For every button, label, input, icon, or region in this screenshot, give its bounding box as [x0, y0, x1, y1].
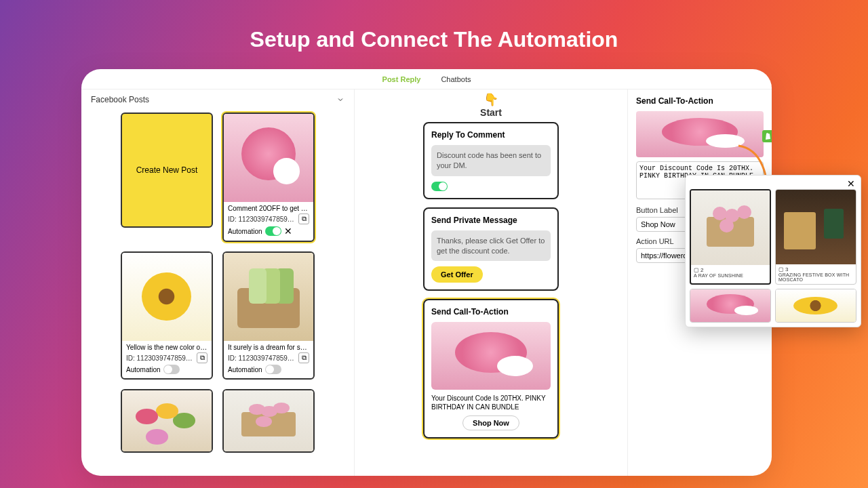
left-panel: Facebook Posts Create New Post Comment 2… — [81, 89, 355, 476]
get-offer-button[interactable]: Get Offer — [431, 266, 483, 283]
left-header[interactable]: Facebook Posts — [81, 89, 354, 110]
shopify-icon[interactable] — [762, 130, 772, 142]
point-down-icon: 👇 — [480, 92, 502, 107]
copy-id-button[interactable]: ⧉ — [298, 214, 309, 224]
product-name: GRAZING FESTIVE BOX WITH MOSCATO — [778, 272, 853, 282]
start-label: Start — [480, 107, 502, 118]
automation-toggle[interactable] — [265, 226, 281, 236]
left-header-label: Facebook Posts — [91, 95, 149, 104]
product-card[interactable]: ▢ 3 GRAZING FESTIVE BOX WITH MOSCATO — [775, 189, 856, 285]
post-caption: Comment 20OFF to get the … — [228, 205, 309, 212]
product-picker-popup: ✕ ▢ 2 A RAY OF SUNSHINE ▢ 3 GRAZING FEST… — [685, 175, 861, 327]
cta-image — [431, 322, 551, 390]
node-title: Send Private Message — [431, 216, 551, 225]
shop-now-button[interactable]: Shop Now — [462, 415, 519, 430]
post-image — [224, 253, 313, 341]
create-new-post-label: Create New Post — [136, 165, 198, 175]
post-id: ID: 112303974785969… — [228, 216, 296, 223]
automation-toggle[interactable] — [163, 365, 180, 374]
node-reply-comment[interactable]: Reply To Comment Discount code has been … — [423, 122, 559, 199]
product-image — [690, 289, 770, 322]
automation-label: Automation — [228, 366, 262, 373]
product-card[interactable]: ▢ 2 A RAY OF SUNSHINE — [690, 189, 771, 285]
product-rank: ▢ 2 — [694, 267, 767, 273]
node-title: Send Call-To-Action — [431, 307, 551, 317]
product-card[interactable] — [690, 289, 771, 323]
post-card[interactable]: It surely is a dream for som… ID: 112303… — [222, 251, 315, 380]
product-name: A RAY OF SUNSHINE — [694, 273, 767, 278]
post-id: ID: 112303974785969… — [126, 354, 194, 362]
copy-id-button[interactable]: ⧉ — [197, 352, 208, 363]
reply-toggle[interactable] — [431, 182, 448, 191]
tab-chatbots[interactable]: Chatbots — [441, 75, 471, 83]
product-rank: ▢ 3 — [778, 266, 853, 272]
copy-id-button[interactable]: ⧉ — [298, 352, 309, 363]
create-new-post-button[interactable]: Create New Post — [121, 113, 213, 228]
node-message: Discount code has been sent to your DM. — [431, 145, 551, 176]
post-card[interactable] — [222, 389, 315, 453]
post-card[interactable]: Yellow is the new color of lov… ID: 1123… — [121, 251, 213, 380]
node-message: Thanks, please click Get Offer to get th… — [431, 230, 551, 262]
node-title: Reply To Comment — [431, 130, 551, 140]
automation-label: Automation — [126, 366, 161, 373]
post-image — [224, 114, 313, 202]
product-card[interactable] — [775, 289, 856, 323]
post-caption: Yellow is the new color of lov… — [126, 344, 208, 351]
flow-canvas: 👇 Start Reply To Comment Discount code h… — [355, 89, 627, 476]
product-image — [691, 190, 770, 265]
post-id: ID: 112303974785969… — [228, 354, 296, 362]
tabs: Post Reply Chatbots — [81, 69, 772, 89]
tab-post-reply[interactable]: Post Reply — [382, 75, 421, 83]
post-caption: It surely is a dream for som… — [228, 344, 309, 351]
close-icon[interactable]: ✕ — [284, 226, 292, 237]
right-panel-title: Send Call-To-Action — [636, 96, 764, 106]
node-private-message[interactable]: Send Private Message Thanks, please clic… — [423, 207, 559, 291]
cta-message: Your Discount Code Is 20THX. PINKY BIRTH… — [431, 394, 551, 411]
automation-label: Automation — [228, 228, 262, 235]
product-image — [776, 289, 856, 322]
chevron-down-icon — [336, 96, 344, 104]
post-card[interactable]: Comment 20OFF to get the … ID: 112303974… — [222, 113, 315, 242]
hero-title: Setup and Connect The Automation — [0, 0, 868, 52]
automation-toggle[interactable] — [265, 365, 281, 374]
post-image — [122, 390, 212, 451]
post-image — [224, 390, 313, 451]
node-call-to-action[interactable]: Send Call-To-Action Your Discount Code I… — [423, 299, 559, 439]
post-image — [122, 253, 212, 341]
selected-image[interactable] — [636, 111, 764, 157]
product-image — [776, 190, 856, 264]
app-window: Post Reply Chatbots Facebook Posts Creat… — [81, 69, 772, 476]
close-icon[interactable]: ✕ — [847, 178, 855, 189]
post-card[interactable] — [121, 389, 213, 453]
